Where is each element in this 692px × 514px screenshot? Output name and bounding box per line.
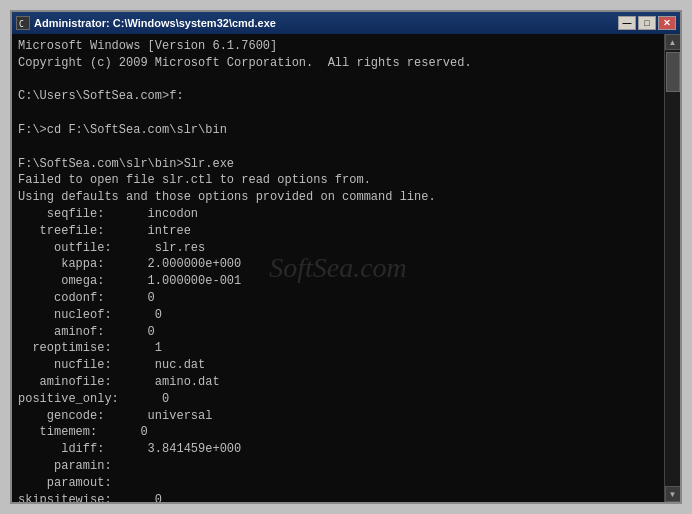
minimize-button[interactable]: —: [618, 16, 636, 30]
cmd-window: C Administrator: C:\Windows\system32\cmd…: [10, 10, 682, 504]
title-bar-left: C Administrator: C:\Windows\system32\cmd…: [16, 16, 276, 30]
scroll-up-button[interactable]: ▲: [665, 34, 681, 50]
window-controls: — □ ✕: [618, 16, 676, 30]
close-button[interactable]: ✕: [658, 16, 676, 30]
maximize-button[interactable]: □: [638, 16, 656, 30]
svg-text:C: C: [19, 20, 24, 28]
window-title: Administrator: C:\Windows\system32\cmd.e…: [34, 17, 276, 29]
scrollbar-thumb[interactable]: [666, 52, 680, 92]
scrollbar[interactable]: ▲ ▼: [664, 34, 680, 502]
title-bar: C Administrator: C:\Windows\system32\cmd…: [12, 12, 680, 34]
scrollbar-track[interactable]: [666, 50, 680, 486]
cmd-icon: C: [16, 16, 30, 30]
terminal-text: Microsoft Windows [Version 6.1.7600] Cop…: [18, 38, 658, 502]
content-area: SoftSea.com Microsoft Windows [Version 6…: [12, 34, 680, 502]
terminal-output[interactable]: SoftSea.com Microsoft Windows [Version 6…: [12, 34, 664, 502]
scroll-down-button[interactable]: ▼: [665, 486, 681, 502]
